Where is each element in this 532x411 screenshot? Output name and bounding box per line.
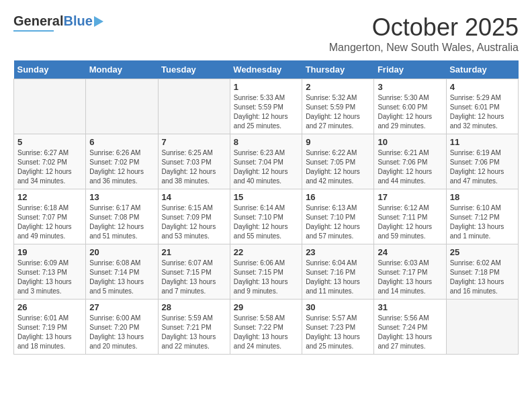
day-cell: 27Sunrise: 6:00 AMSunset: 7:20 PMDayligh… <box>86 300 158 355</box>
day-cell: 23Sunrise: 6:04 AMSunset: 7:16 PMDayligh… <box>302 244 374 300</box>
day-info: Sunrise: 6:22 AMSunset: 7:05 PMDaylight:… <box>306 148 370 186</box>
day-number: 15 <box>234 192 298 202</box>
logo-general: General <box>13 13 63 29</box>
day-cell: 10Sunrise: 6:21 AMSunset: 7:06 PMDayligh… <box>374 134 446 189</box>
day-cell: 21Sunrise: 6:07 AMSunset: 7:15 PMDayligh… <box>158 244 230 300</box>
day-cell: 25Sunrise: 6:02 AMSunset: 7:18 PMDayligh… <box>446 244 518 300</box>
day-info: Sunrise: 6:13 AMSunset: 7:10 PMDaylight:… <box>306 203 370 241</box>
week-row-5: 26Sunrise: 6:01 AMSunset: 7:19 PMDayligh… <box>14 300 519 355</box>
day-number: 12 <box>17 192 82 202</box>
day-cell: 8Sunrise: 6:23 AMSunset: 7:04 PMDaylight… <box>230 134 302 189</box>
day-info: Sunrise: 5:58 AMSunset: 7:22 PMDaylight:… <box>234 314 298 351</box>
day-number: 14 <box>162 192 226 202</box>
day-info: Sunrise: 6:14 AMSunset: 7:10 PMDaylight:… <box>234 203 298 241</box>
day-cell: 13Sunrise: 6:17 AMSunset: 7:08 PMDayligh… <box>86 189 158 244</box>
day-info: Sunrise: 6:03 AMSunset: 7:17 PMDaylight:… <box>378 259 442 296</box>
day-cell: 17Sunrise: 6:12 AMSunset: 7:11 PMDayligh… <box>374 189 446 244</box>
day-number: 29 <box>234 302 298 312</box>
logo: General Blue <box>13 13 103 32</box>
day-info: Sunrise: 6:17 AMSunset: 7:08 PMDaylight:… <box>89 203 154 241</box>
day-number: 13 <box>89 192 154 202</box>
day-info: Sunrise: 6:18 AMSunset: 7:07 PMDaylight:… <box>17 203 82 241</box>
day-cell: 1Sunrise: 5:33 AMSunset: 5:59 PMDaylight… <box>230 79 302 134</box>
day-cell <box>14 79 86 134</box>
col-header-monday: Monday <box>86 60 158 79</box>
day-info: Sunrise: 6:23 AMSunset: 7:04 PMDaylight:… <box>234 148 298 186</box>
day-number: 28 <box>162 302 226 312</box>
day-info: Sunrise: 6:00 AMSunset: 7:20 PMDaylight:… <box>89 314 154 351</box>
day-info: Sunrise: 5:33 AMSunset: 5:59 PMDaylight:… <box>234 93 298 131</box>
day-info: Sunrise: 5:30 AMSunset: 6:00 PMDaylight:… <box>378 93 442 131</box>
day-number: 6 <box>89 137 154 147</box>
day-info: Sunrise: 6:21 AMSunset: 7:06 PMDaylight:… <box>378 148 442 186</box>
day-cell <box>158 79 230 134</box>
calendar-table: SundayMondayTuesdayWednesdayThursdayFrid… <box>13 60 519 355</box>
day-number: 25 <box>450 247 515 257</box>
day-number: 5 <box>17 137 82 147</box>
day-number: 20 <box>89 247 154 257</box>
day-info: Sunrise: 6:07 AMSunset: 7:15 PMDaylight:… <box>162 259 226 296</box>
day-info: Sunrise: 6:25 AMSunset: 7:03 PMDaylight:… <box>162 148 226 186</box>
day-cell: 26Sunrise: 6:01 AMSunset: 7:19 PMDayligh… <box>14 300 86 355</box>
day-info: Sunrise: 6:10 AMSunset: 7:12 PMDaylight:… <box>450 203 515 241</box>
day-cell: 30Sunrise: 5:57 AMSunset: 7:23 PMDayligh… <box>302 300 374 355</box>
day-number: 9 <box>306 137 370 147</box>
day-number: 7 <box>162 137 226 147</box>
location: Mangerton, New South Wales, Australia <box>329 42 519 54</box>
col-header-tuesday: Tuesday <box>158 60 230 79</box>
day-number: 22 <box>234 247 298 257</box>
day-cell: 22Sunrise: 6:06 AMSunset: 7:15 PMDayligh… <box>230 244 302 300</box>
day-info: Sunrise: 6:08 AMSunset: 7:14 PMDaylight:… <box>89 259 154 296</box>
day-number: 21 <box>162 247 226 257</box>
day-number: 19 <box>17 247 82 257</box>
day-info: Sunrise: 6:26 AMSunset: 7:02 PMDaylight:… <box>89 148 154 186</box>
day-cell: 24Sunrise: 6:03 AMSunset: 7:17 PMDayligh… <box>374 244 446 300</box>
col-header-thursday: Thursday <box>302 60 374 79</box>
day-info: Sunrise: 5:32 AMSunset: 5:59 PMDaylight:… <box>306 93 370 131</box>
title-block: October 2025 Mangerton, New South Wales,… <box>329 13 519 54</box>
day-number: 2 <box>306 82 370 92</box>
day-number: 27 <box>89 302 154 312</box>
header-row: SundayMondayTuesdayWednesdayThursdayFrid… <box>14 60 519 79</box>
day-cell <box>86 79 158 134</box>
day-cell: 5Sunrise: 6:27 AMSunset: 7:02 PMDaylight… <box>14 134 86 189</box>
day-cell: 9Sunrise: 6:22 AMSunset: 7:05 PMDaylight… <box>302 134 374 189</box>
day-info: Sunrise: 5:29 AMSunset: 6:01 PMDaylight:… <box>450 93 515 131</box>
day-cell: 6Sunrise: 6:26 AMSunset: 7:02 PMDaylight… <box>86 134 158 189</box>
day-cell: 11Sunrise: 6:19 AMSunset: 7:06 PMDayligh… <box>446 134 518 189</box>
col-header-saturday: Saturday <box>446 60 518 79</box>
day-cell: 31Sunrise: 5:56 AMSunset: 7:24 PMDayligh… <box>374 300 446 355</box>
week-row-3: 12Sunrise: 6:18 AMSunset: 7:07 PMDayligh… <box>14 189 519 244</box>
day-number: 4 <box>450 82 515 92</box>
day-info: Sunrise: 5:59 AMSunset: 7:21 PMDaylight:… <box>162 314 226 351</box>
day-cell: 20Sunrise: 6:08 AMSunset: 7:14 PMDayligh… <box>86 244 158 300</box>
col-header-wednesday: Wednesday <box>230 60 302 79</box>
day-info: Sunrise: 6:02 AMSunset: 7:18 PMDaylight:… <box>450 259 515 296</box>
day-number: 23 <box>306 247 370 257</box>
logo-arrow-icon <box>94 16 103 27</box>
day-info: Sunrise: 6:27 AMSunset: 7:02 PMDaylight:… <box>17 148 82 186</box>
day-cell <box>446 300 518 355</box>
col-header-friday: Friday <box>374 60 446 79</box>
logo-blue: Blue <box>63 13 92 29</box>
day-cell: 18Sunrise: 6:10 AMSunset: 7:12 PMDayligh… <box>446 189 518 244</box>
day-number: 11 <box>450 137 515 147</box>
day-number: 17 <box>378 192 442 202</box>
day-info: Sunrise: 6:15 AMSunset: 7:09 PMDaylight:… <box>162 203 226 241</box>
day-info: Sunrise: 5:57 AMSunset: 7:23 PMDaylight:… <box>306 314 370 351</box>
day-cell: 12Sunrise: 6:18 AMSunset: 7:07 PMDayligh… <box>14 189 86 244</box>
day-number: 31 <box>378 302 442 312</box>
day-cell: 16Sunrise: 6:13 AMSunset: 7:10 PMDayligh… <box>302 189 374 244</box>
day-cell: 28Sunrise: 5:59 AMSunset: 7:21 PMDayligh… <box>158 300 230 355</box>
day-cell: 19Sunrise: 6:09 AMSunset: 7:13 PMDayligh… <box>14 244 86 300</box>
day-number: 16 <box>306 192 370 202</box>
page-header: General Blue October 2025 Mangerton, New… <box>13 13 519 54</box>
day-number: 1 <box>234 82 298 92</box>
day-info: Sunrise: 6:19 AMSunset: 7:06 PMDaylight:… <box>450 148 515 186</box>
day-cell: 4Sunrise: 5:29 AMSunset: 6:01 PMDaylight… <box>446 79 518 134</box>
day-number: 24 <box>378 247 442 257</box>
day-cell: 2Sunrise: 5:32 AMSunset: 5:59 PMDaylight… <box>302 79 374 134</box>
week-row-2: 5Sunrise: 6:27 AMSunset: 7:02 PMDaylight… <box>14 134 519 189</box>
week-row-4: 19Sunrise: 6:09 AMSunset: 7:13 PMDayligh… <box>14 244 519 300</box>
day-number: 10 <box>378 137 442 147</box>
